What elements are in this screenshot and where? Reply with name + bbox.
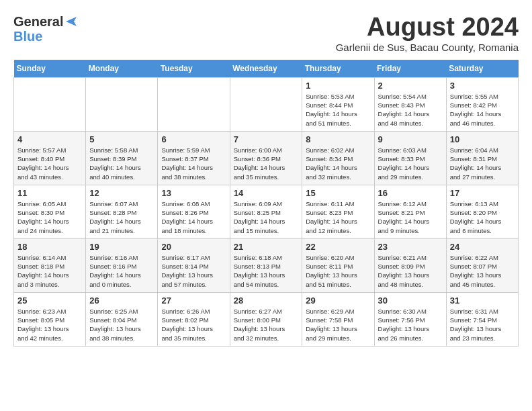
table-cell: 13Sunrise: 6:08 AM Sunset: 8:26 PM Dayli… <box>158 185 230 238</box>
day-number: 28 <box>234 295 299 306</box>
day-info: Sunrise: 6:05 AM Sunset: 8:30 PM Dayligh… <box>17 199 82 235</box>
table-cell <box>86 77 158 131</box>
day-number: 19 <box>89 242 154 252</box>
logo-blue-text: Blue <box>13 28 42 44</box>
table-cell: 7Sunrise: 6:00 AM Sunset: 8:36 PM Daylig… <box>230 131 302 185</box>
day-number: 2 <box>378 81 443 91</box>
day-number: 31 <box>450 295 515 306</box>
table-cell: 3Sunrise: 5:55 AM Sunset: 8:42 PM Daylig… <box>446 77 518 131</box>
logo-general-text: General <box>13 13 63 30</box>
day-number: 1 <box>306 81 370 91</box>
table-cell <box>14 77 86 131</box>
col-sunday: Sunday <box>14 60 86 78</box>
month-title: August 2024 <box>336 13 519 42</box>
day-number: 22 <box>306 242 370 252</box>
week-row-5: 25Sunrise: 6:23 AM Sunset: 8:05 PM Dayli… <box>14 292 519 346</box>
day-info: Sunrise: 6:02 AM Sunset: 8:34 PM Dayligh… <box>306 146 370 181</box>
table-cell: 29Sunrise: 6:29 AM Sunset: 7:58 PM Dayli… <box>302 292 374 346</box>
table-cell: 21Sunrise: 6:18 AM Sunset: 8:13 PM Dayli… <box>230 238 302 292</box>
day-info: Sunrise: 5:57 AM Sunset: 8:40 PM Dayligh… <box>17 146 82 181</box>
week-row-1: 1Sunrise: 5:53 AM Sunset: 8:44 PM Daylig… <box>14 77 519 131</box>
table-cell: 25Sunrise: 6:23 AM Sunset: 8:05 PM Dayli… <box>14 292 86 346</box>
day-info: Sunrise: 6:26 AM Sunset: 8:02 PM Dayligh… <box>161 307 226 342</box>
col-saturday: Saturday <box>446 60 518 78</box>
day-info: Sunrise: 6:17 AM Sunset: 8:14 PM Dayligh… <box>161 253 226 289</box>
day-number: 27 <box>161 295 226 306</box>
table-cell: 15Sunrise: 6:11 AM Sunset: 8:23 PM Dayli… <box>302 185 374 238</box>
table-cell <box>230 77 302 131</box>
day-number: 30 <box>378 295 443 306</box>
day-number: 3 <box>450 81 515 91</box>
table-cell: 30Sunrise: 6:30 AM Sunset: 7:56 PM Dayli… <box>374 292 446 346</box>
table-cell: 19Sunrise: 6:16 AM Sunset: 8:16 PM Dayli… <box>86 238 158 292</box>
table-cell: 20Sunrise: 6:17 AM Sunset: 8:14 PM Dayli… <box>158 238 230 292</box>
table-cell: 8Sunrise: 6:02 AM Sunset: 8:34 PM Daylig… <box>302 131 374 185</box>
location-subtitle: Garlenii de Sus, Bacau County, Romania <box>336 42 519 53</box>
table-cell: 5Sunrise: 5:58 AM Sunset: 8:39 PM Daylig… <box>86 131 158 185</box>
day-info: Sunrise: 6:08 AM Sunset: 8:26 PM Dayligh… <box>161 199 226 235</box>
day-number: 11 <box>17 188 82 198</box>
day-info: Sunrise: 5:55 AM Sunset: 8:42 PM Dayligh… <box>450 92 515 128</box>
day-info: Sunrise: 6:18 AM Sunset: 8:13 PM Dayligh… <box>234 253 299 289</box>
col-tuesday: Tuesday <box>158 60 230 78</box>
day-info: Sunrise: 6:23 AM Sunset: 8:05 PM Dayligh… <box>17 307 82 342</box>
table-cell: 26Sunrise: 6:25 AM Sunset: 8:04 PM Dayli… <box>86 292 158 346</box>
day-info: Sunrise: 6:20 AM Sunset: 8:11 PM Dayligh… <box>306 253 370 289</box>
col-thursday: Thursday <box>302 60 374 78</box>
week-row-4: 18Sunrise: 6:14 AM Sunset: 8:18 PM Dayli… <box>14 238 519 292</box>
col-friday: Friday <box>374 60 446 78</box>
day-info: Sunrise: 6:29 AM Sunset: 7:58 PM Dayligh… <box>306 307 370 342</box>
day-number: 6 <box>161 134 226 144</box>
day-number: 13 <box>161 188 226 198</box>
day-info: Sunrise: 6:14 AM Sunset: 8:18 PM Dayligh… <box>17 253 82 289</box>
week-row-2: 4Sunrise: 5:57 AM Sunset: 8:40 PM Daylig… <box>14 131 519 185</box>
page-header: General Blue August 2024 Garlenii de Sus… <box>13 13 519 53</box>
table-cell: 31Sunrise: 6:31 AM Sunset: 7:54 PM Dayli… <box>446 292 518 346</box>
day-info: Sunrise: 6:30 AM Sunset: 7:56 PM Dayligh… <box>378 307 443 342</box>
day-info: Sunrise: 6:31 AM Sunset: 7:54 PM Dayligh… <box>450 307 515 342</box>
day-number: 15 <box>306 188 370 198</box>
table-cell: 16Sunrise: 6:12 AM Sunset: 8:21 PM Dayli… <box>374 185 446 238</box>
day-number: 24 <box>450 242 515 252</box>
day-info: Sunrise: 6:07 AM Sunset: 8:28 PM Dayligh… <box>89 199 154 235</box>
day-number: 7 <box>234 134 299 144</box>
day-info: Sunrise: 6:13 AM Sunset: 8:20 PM Dayligh… <box>450 199 515 235</box>
day-info: Sunrise: 6:00 AM Sunset: 8:36 PM Dayligh… <box>234 146 299 181</box>
table-cell: 4Sunrise: 5:57 AM Sunset: 8:40 PM Daylig… <box>14 131 86 185</box>
title-area: August 2024 Garlenii de Sus, Bacau Count… <box>336 13 519 53</box>
table-cell: 11Sunrise: 6:05 AM Sunset: 8:30 PM Dayli… <box>14 185 86 238</box>
table-cell: 1Sunrise: 5:53 AM Sunset: 8:44 PM Daylig… <box>302 77 374 131</box>
table-cell: 6Sunrise: 5:59 AM Sunset: 8:37 PM Daylig… <box>158 131 230 185</box>
table-cell: 12Sunrise: 6:07 AM Sunset: 8:28 PM Dayli… <box>86 185 158 238</box>
day-info: Sunrise: 6:25 AM Sunset: 8:04 PM Dayligh… <box>89 307 154 342</box>
day-number: 16 <box>378 188 443 198</box>
day-info: Sunrise: 5:54 AM Sunset: 8:43 PM Dayligh… <box>378 92 443 128</box>
day-info: Sunrise: 6:27 AM Sunset: 8:00 PM Dayligh… <box>234 307 299 342</box>
table-cell: 23Sunrise: 6:21 AM Sunset: 8:09 PM Dayli… <box>374 238 446 292</box>
table-cell: 27Sunrise: 6:26 AM Sunset: 8:02 PM Dayli… <box>158 292 230 346</box>
day-number: 12 <box>89 188 154 198</box>
day-number: 18 <box>17 242 82 252</box>
calendar-header-row: Sunday Monday Tuesday Wednesday Thursday… <box>14 60 519 78</box>
table-cell: 17Sunrise: 6:13 AM Sunset: 8:20 PM Dayli… <box>446 185 518 238</box>
day-info: Sunrise: 6:03 AM Sunset: 8:33 PM Dayligh… <box>378 146 443 181</box>
day-number: 10 <box>450 134 515 144</box>
day-info: Sunrise: 6:16 AM Sunset: 8:16 PM Dayligh… <box>89 253 154 289</box>
day-number: 29 <box>306 295 370 306</box>
day-info: Sunrise: 6:12 AM Sunset: 8:21 PM Dayligh… <box>378 199 443 235</box>
day-info: Sunrise: 6:11 AM Sunset: 8:23 PM Dayligh… <box>306 199 370 235</box>
day-info: Sunrise: 6:21 AM Sunset: 8:09 PM Dayligh… <box>378 253 443 289</box>
logo: General Blue <box>13 13 79 44</box>
table-cell: 24Sunrise: 6:22 AM Sunset: 8:07 PM Dayli… <box>446 238 518 292</box>
day-number: 23 <box>378 242 443 252</box>
day-number: 14 <box>234 188 299 198</box>
table-cell: 9Sunrise: 6:03 AM Sunset: 8:33 PM Daylig… <box>374 131 446 185</box>
day-number: 8 <box>306 134 370 144</box>
day-number: 9 <box>378 134 443 144</box>
day-number: 25 <box>17 295 82 306</box>
svg-marker-0 <box>66 17 77 26</box>
day-number: 21 <box>234 242 299 252</box>
table-cell: 10Sunrise: 6:04 AM Sunset: 8:31 PM Dayli… <box>446 131 518 185</box>
day-info: Sunrise: 5:59 AM Sunset: 8:37 PM Dayligh… <box>161 146 226 181</box>
week-row-3: 11Sunrise: 6:05 AM Sunset: 8:30 PM Dayli… <box>14 185 519 238</box>
